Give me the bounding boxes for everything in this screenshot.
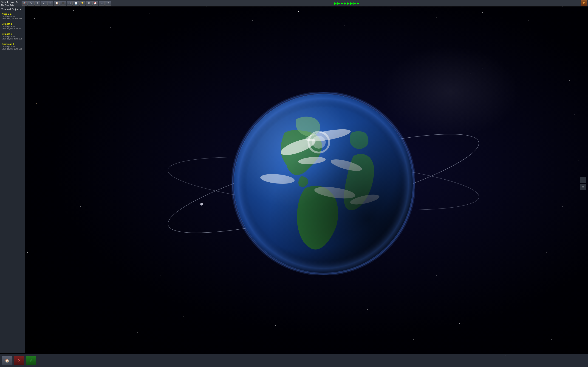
tracked-name-cricket1: Cricket 1 bbox=[2, 23, 23, 25]
time-btn-3[interactable]: ▶ bbox=[340, 2, 343, 5]
time-controls: ▶ ▶ ▶ ▶ ▶ ▶ ▶ ▶ bbox=[334, 2, 359, 5]
svg-point-52 bbox=[200, 203, 203, 206]
time-btn-5[interactable]: ▶ bbox=[347, 2, 350, 5]
time-btn-6[interactable]: ▶ bbox=[350, 2, 353, 5]
home-button[interactable]: 🏠 bbox=[2, 356, 12, 365]
toolbar-btn-clock[interactable]: ⏰ bbox=[92, 1, 98, 6]
toolbar-btn-3[interactable]: ⊕ bbox=[35, 1, 40, 6]
tracked-item-comstar1[interactable]: Comstar 1 Orbiting Kerbin MET: 1d, 8h, 1… bbox=[1, 42, 24, 50]
tracked-item-cricket2[interactable]: Cricket 2 Orbiting Kerbin MET: 1d, 5h, 4… bbox=[1, 32, 24, 40]
year-day: Year 1, Day 35 bbox=[1, 0, 17, 4]
toolbar-center: ▶ ▶ ▶ ▶ ▶ ▶ ▶ ▶ bbox=[112, 2, 581, 5]
tracked-item-cricket1[interactable]: Cricket 1 Orbiting Kerbin MET: 1d, 0h, 5… bbox=[1, 22, 24, 30]
time-btn-8[interactable]: ▶ bbox=[356, 2, 359, 5]
bottom-toolbar: 🏠 ✕ ✓ bbox=[0, 354, 588, 367]
svg-point-69 bbox=[234, 94, 413, 273]
confirm-button[interactable]: ✓ bbox=[26, 356, 36, 365]
settings-button[interactable]: ⚙ bbox=[581, 0, 587, 6]
toolbar-right: ⚙ bbox=[581, 0, 588, 6]
toolbar-btn-8[interactable]: ⬡ bbox=[67, 1, 73, 6]
datetime-display: Year 1, Day 35 2h, 3m, 90s bbox=[1, 0, 17, 7]
toolbar-btn-4[interactable]: ▲ bbox=[41, 1, 47, 6]
tracked-item-nsa2l[interactable]: NSA-2 L Orbiting Kerbin MET: 15d, 2h, 3m… bbox=[1, 12, 24, 20]
info-button[interactable]: i bbox=[580, 177, 586, 183]
planet-container bbox=[220, 80, 427, 287]
close-button[interactable]: ✕ bbox=[14, 356, 24, 365]
tracked-name-comstar1: Comstar 1 bbox=[2, 43, 23, 45]
time-btn-2[interactable]: ▶ bbox=[337, 2, 340, 5]
tracked-met-comstar1: MET: 1d, 8h, 13m, 26s bbox=[2, 48, 23, 50]
toolbar-btn-5[interactable]: ✏ bbox=[47, 1, 53, 6]
right-panel-buttons: i ≡ bbox=[580, 177, 586, 190]
tracked-sub-comstar1: Orbiting Kerbin bbox=[2, 45, 23, 48]
menu-button[interactable]: ≡ bbox=[580, 184, 586, 190]
tracked-met-cricket1: MET: 1d, 0h, 59m, 1s bbox=[2, 27, 23, 30]
toolbar-btn-9[interactable]: 📄 bbox=[73, 1, 79, 6]
toolbar-btn-rocket[interactable]: 🚀 bbox=[22, 1, 27, 6]
toolbar-btn-6[interactable]: 📋 bbox=[54, 1, 60, 6]
time-btn-7[interactable]: ▶ bbox=[353, 2, 356, 5]
sidebar-title: Tracked Objects: bbox=[1, 8, 24, 10]
tracked-sub-nsa2l: Orbiting Kerbin bbox=[2, 15, 23, 17]
tracked-name-nsa2l: NSA-2 L bbox=[2, 12, 23, 15]
tracked-sub-cricket2: Orbiting Kerbin bbox=[2, 35, 23, 38]
time-btn-1[interactable]: ▶ bbox=[334, 2, 337, 5]
time-display: 2h, 3m, 90s bbox=[1, 4, 17, 7]
toolbar-btn-expand[interactable]: ↔ bbox=[99, 1, 105, 6]
tracked-met-cricket2: MET: 1d, 5h, 48m, 37s bbox=[2, 38, 23, 40]
toolbar: Year 1, Day 35 2h, 3m, 90s 🚀 ↖ ⊕ ▲ ✏ 📋 ⬛… bbox=[0, 0, 588, 6]
toolbar-btn-cursor[interactable]: ↖ bbox=[28, 1, 34, 6]
toolbar-btn-11[interactable]: ⚙ bbox=[86, 1, 92, 6]
toolbar-btn-10[interactable]: 💡 bbox=[79, 1, 86, 6]
toolbar-btn-help[interactable]: ? bbox=[105, 1, 111, 6]
tracked-met-nsa2l: MET: 15d, 2h, 3m, 15s bbox=[2, 17, 23, 20]
sidebar: Tracked Objects: NSA-2 L Orbiting Kerbin… bbox=[0, 6, 25, 353]
tracked-name-cricket2: Cricket 2 bbox=[2, 33, 23, 35]
toolbar-btn-7[interactable]: ⬛ bbox=[60, 1, 66, 6]
time-btn-4[interactable]: ▶ bbox=[344, 2, 346, 5]
tracked-sub-cricket1: Orbiting Kerbin bbox=[2, 25, 23, 27]
toolbar-left: 🚀 ↖ ⊕ ▲ ✏ 📋 ⬛ ⬡ 📄 💡 ⚙ ⏰ ↔ ? bbox=[21, 1, 112, 6]
earth-planet bbox=[232, 92, 415, 275]
